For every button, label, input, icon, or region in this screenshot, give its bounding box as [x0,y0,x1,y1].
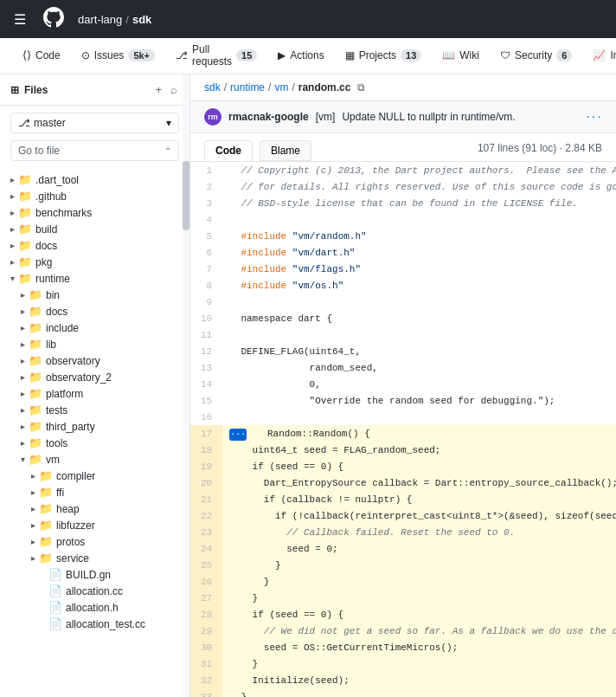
nav-wiki[interactable]: 📖 Wiki [433,38,488,74]
tree-item-service[interactable]: ▸📁service [0,550,189,566]
line-number[interactable]: 7 [190,261,222,277]
add-file-button[interactable]: + [153,81,164,98]
tree-item-docs[interactable]: ▸📁docs [0,303,189,319]
folder-icon: 📁 [39,486,53,499]
line-number[interactable]: 9 [190,294,222,310]
line-number[interactable]: 11 [190,326,222,343]
line-number[interactable]: 2 [190,178,222,195]
line-code: // We did not get a seed so far. As a fa… [222,623,616,639]
tree-item-bin[interactable]: ▸📁bin [0,287,189,303]
pulls-icon: ⎇ [176,49,188,61]
commit-user[interactable]: rmacnak-google [228,111,309,123]
line-number[interactable]: 6 [190,244,222,261]
tree-item-third_party[interactable]: ▸📁third_party [0,418,189,435]
pulls-badge: 15 [236,49,257,61]
line-number[interactable]: 23 [190,524,222,540]
breadcrumb-vm[interactable]: vm [274,81,288,94]
line-number[interactable]: 21 [190,491,222,507]
tree-item-ffi[interactable]: ▸📁ffi [0,484,189,500]
tree-item-observatory[interactable]: ▸📁observatory [0,352,189,369]
hamburger-icon[interactable]: ☰ [14,11,26,28]
line-number[interactable]: 10 [190,310,222,326]
line-number[interactable]: 26 [190,573,222,590]
tree-item-compiler[interactable]: ▸📁compiler [0,468,189,484]
tree-item--dart_tool[interactable]: ▸📁.dart_tool [0,171,189,188]
breadcrumb-runtime[interactable]: runtime [230,81,265,94]
code-viewer[interactable]: 1 // Copyright (c) 2013, the Dart projec… [190,162,616,697]
tree-item-libfuzzer[interactable]: ▸📁libfuzzer [0,517,189,533]
line-number[interactable]: 14 [190,376,222,392]
go-to-file-input[interactable]: Go to file ⌃ [10,140,179,161]
line-number[interactable]: 24 [190,540,222,557]
tree-item-tools[interactable]: ▸📁tools [0,435,189,451]
copy-path-icon[interactable]: ⧉ [357,81,365,94]
search-files-button[interactable]: ⌕ [169,81,179,98]
line-number[interactable]: 4 [190,211,222,228]
tree-item--github[interactable]: ▸📁.github [0,188,189,204]
line-number[interactable]: 22 [190,507,222,524]
line-number[interactable]: 12 [190,343,222,359]
commit-hash[interactable]: ··· [585,112,602,123]
line-number[interactable]: 20 [190,474,222,491]
folder-icon: 📁 [29,387,42,400]
scrollbar-thumb[interactable] [183,161,189,230]
tree-item-include[interactable]: ▸📁include [0,319,189,336]
tree-item-tests[interactable]: ▸📁tests [0,402,189,418]
folder-icon: 📁 [29,436,42,449]
line-number[interactable]: 25 [190,557,222,573]
nav-security[interactable]: 🛡 Security 6 [491,38,581,74]
tab-blame[interactable]: Blame [260,140,311,161]
line-number[interactable]: 8 [190,277,222,294]
line-number[interactable]: 28 [190,606,222,623]
tree-item-observatory_2[interactable]: ▸📁observatory_2 [0,369,189,385]
chevron-icon: ▸ [10,191,15,201]
folder-icon: 📁 [29,321,42,334]
line-code: 0, [222,376,616,392]
tree-item-allocation-h[interactable]: 📄allocation.h [0,599,189,616]
nav-actions[interactable]: ▶ Actions [269,38,332,74]
nav-code[interactable]: ⟨⟩ Code [14,38,69,74]
tree-item-runtime[interactable]: ▾📁runtime [0,270,189,287]
nav-projects[interactable]: ▦ Projects 13 [337,38,431,74]
line-number[interactable]: 13 [190,359,222,376]
nav-issues[interactable]: ⊙ Issues 5k+ [73,38,164,74]
tree-item-vm[interactable]: ▾📁vm [0,451,189,468]
line-number[interactable]: 3 [190,195,222,211]
line-number[interactable]: 5 [190,228,222,244]
nav-pulls[interactable]: ⎇ Pull requests 15 [167,38,266,74]
tree-item-docs[interactable]: ▸📁docs [0,237,189,254]
line-number[interactable]: 19 [190,458,222,474]
line-number[interactable]: 1 [190,162,222,178]
line-number[interactable]: 29 [190,623,222,639]
repo-name-link[interactable]: sdk [132,13,151,26]
tree-item-lib[interactable]: ▸📁lib [0,336,189,352]
branch-selector[interactable]: ⎇ master ▾ [10,113,179,133]
tree-item-build[interactable]: ▸📁build [0,221,189,237]
line-number[interactable]: 30 [190,639,222,655]
line-number[interactable]: 17 [190,425,222,442]
tab-code[interactable]: Code [204,140,253,161]
tree-item-protos[interactable]: ▸📁protos [0,533,189,550]
tree-item-platform[interactable]: ▸📁platform [0,385,189,402]
tree-item-benchmarks[interactable]: ▸📁benchmarks [0,204,189,221]
tree-item-allocation-cc[interactable]: 📄allocation.cc [0,583,189,599]
line-number[interactable]: 33 [190,688,222,697]
tree-item-label: lib [46,339,56,351]
nav-insights[interactable]: 📈 Insights [584,38,616,74]
line-number[interactable]: 27 [190,590,222,606]
tree-item-BUILD-gn[interactable]: 📄BUILD.gn [0,566,189,583]
line-number[interactable]: 18 [190,442,222,458]
folder-icon: 📁 [18,239,32,252]
line-number[interactable]: 16 [190,409,222,425]
table-row: 29 // We did not get a seed so far. As a… [190,623,616,639]
expand-button[interactable]: ··· [229,429,247,441]
breadcrumb-sdk[interactable]: sdk [204,81,221,94]
repo-owner-link[interactable]: dart-lang [78,13,122,26]
tree-item-heap[interactable]: ▸📁heap [0,500,189,517]
line-number[interactable]: 31 [190,655,222,672]
tree-item-allocation_test-cc[interactable]: 📄allocation_test.cc [0,616,189,632]
line-number[interactable]: 32 [190,672,222,688]
line-number[interactable]: 15 [190,392,222,409]
folder-icon: 📁 [39,535,53,548]
tree-item-pkg[interactable]: ▸📁pkg [0,254,189,270]
